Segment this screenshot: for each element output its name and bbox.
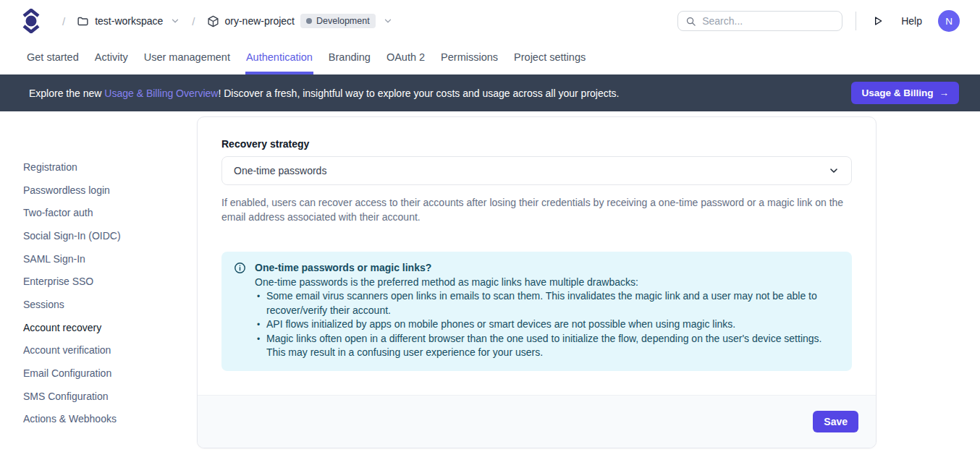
sidebar-item[interactable]: Social Sign-In (OIDC)	[23, 224, 197, 247]
package-icon	[207, 15, 219, 27]
info-bullet-list: Some email virus scanners open links in …	[255, 289, 839, 360]
arrow-right-icon: →	[939, 88, 950, 98]
avatar[interactable]: N	[938, 10, 960, 32]
sidebar-item-label: Email Configuration	[23, 367, 111, 379]
settings-sidebar: Registration Passwordless login Two-fact…	[0, 111, 197, 452]
sidebar-item-label: SAML Sign-In	[23, 253, 85, 265]
sidebar-item-label: Account verification	[23, 344, 111, 356]
chevron-down-icon	[170, 16, 180, 26]
search-box[interactable]	[677, 11, 842, 31]
chevron-down-icon	[383, 16, 393, 26]
search-icon	[685, 16, 696, 27]
sidebar-item[interactable]: SAML Sign-In	[23, 247, 197, 270]
nav-tab[interactable]: OAuth 2	[386, 42, 426, 74]
chevron-down-icon	[828, 165, 840, 176]
sidebar-item[interactable]: Actions & Webhooks	[23, 408, 197, 431]
environment-label: Development	[316, 16, 370, 26]
sidebar-item-label: Social Sign-In (OIDC)	[23, 230, 121, 242]
card-footer: Save	[198, 395, 876, 448]
sidebar-item-label: Sessions	[23, 299, 64, 310]
usage-billing-button[interactable]: Usage & Billing →	[851, 82, 959, 104]
nav-tab-label: Project settings	[514, 51, 586, 63]
folder-icon	[77, 15, 89, 27]
nav-tab-label: Branding	[329, 51, 371, 63]
card-body: Recovery strategy One-time passwords If …	[198, 117, 876, 395]
breadcrumb-separator: /	[62, 15, 65, 27]
sidebar-item-label: Account recovery	[23, 322, 101, 333]
nav-tab-label: Activity	[95, 51, 128, 63]
sidebar-item[interactable]: Email Configuration	[23, 362, 197, 385]
banner-text-suffix: ! Discover a fresh, insightful way to ex…	[218, 88, 619, 99]
nav-tab-label: Authentication	[246, 51, 313, 63]
nav-tab-label: User management	[144, 51, 230, 63]
usage-billing-button-label: Usage & Billing	[861, 88, 933, 98]
environment-badge: Development	[300, 14, 376, 28]
sidebar-item-label: Actions & Webhooks	[23, 413, 117, 425]
info-title: One-time passwords or magic links?	[255, 261, 839, 276]
nav-tab[interactable]: Authentication	[245, 42, 313, 74]
nav-tab[interactable]: Branding	[328, 42, 371, 74]
sidebar-item[interactable]: SMS Configuration	[23, 385, 197, 408]
sidebar-item-label: Passwordless login	[23, 184, 110, 196]
info-icon	[234, 262, 246, 360]
help-link[interactable]: Help	[901, 15, 922, 27]
search-input[interactable]	[702, 15, 835, 27]
info-bullet: API flows initialized by apps on mobile …	[255, 317, 839, 332]
nav-tab[interactable]: Activity	[94, 42, 129, 74]
nav-tab-label: OAuth 2	[386, 51, 425, 63]
info-content: One-time passwords or magic links? One-t…	[255, 261, 839, 360]
breadcrumb-separator: /	[192, 15, 195, 27]
info-bullet: Some email virus scanners open links in …	[255, 289, 839, 317]
top-bar: / test-workspace / ory-new-project Devel…	[0, 0, 980, 42]
account-recovery-card: Recovery strategy One-time passwords If …	[197, 116, 876, 448]
sidebar-item-label: Two-factor auth	[23, 207, 93, 218]
workspace-name: test-workspace	[95, 15, 163, 27]
sidebar-item-label: Registration	[23, 161, 77, 173]
sidebar-item[interactable]: Enterprise SSO	[23, 270, 197, 293]
banner-text: Explore the new Usage & Billing Overview…	[29, 88, 620, 99]
nav-tab-label: Get started	[27, 51, 79, 63]
nav-tab-label: Permissions	[441, 51, 498, 63]
sidebar-item-label: SMS Configuration	[23, 391, 109, 402]
nav-tab[interactable]: User management	[143, 42, 231, 74]
project-name: ory-new-project	[225, 15, 295, 27]
breadcrumb-project[interactable]: ory-new-project Development	[207, 14, 393, 28]
nav-tab[interactable]: Permissions	[440, 42, 499, 74]
sidebar-item[interactable]: Account recovery	[23, 316, 197, 339]
nav-tab[interactable]: Get started	[26, 42, 80, 74]
sidebar-item[interactable]: Passwordless login	[23, 179, 197, 202]
sidebar-item-label: Enterprise SSO	[23, 276, 93, 287]
sidebar-item[interactable]: Account verification	[23, 339, 197, 362]
play-icon[interactable]	[872, 15, 884, 27]
recovery-strategy-select[interactable]: One-time passwords	[221, 156, 852, 185]
content-area: Registration Passwordless login Two-fact…	[0, 111, 980, 452]
header-divider	[856, 12, 856, 30]
breadcrumb-workspace[interactable]: test-workspace	[77, 15, 180, 27]
usage-billing-banner: Explore the new Usage & Billing Overview…	[0, 74, 980, 111]
sidebar-item[interactable]: Sessions	[23, 293, 197, 316]
sidebar-item[interactable]: Registration	[23, 155, 197, 179]
sidebar-item[interactable]: Two-factor auth	[23, 201, 197, 224]
recovery-strategy-description: If enabled, users can recover access to …	[221, 195, 852, 224]
save-button[interactable]: Save	[813, 411, 858, 432]
project-nav-tabs: Get started Activity User management Aut…	[0, 42, 980, 74]
recovery-strategy-selected-value: One-time passwords	[234, 165, 326, 176]
info-callout: One-time passwords or magic links? One-t…	[221, 252, 852, 371]
environment-dot-icon	[306, 18, 312, 24]
recovery-strategy-label: Recovery strategy	[221, 138, 852, 150]
info-intro: One-time passwords is the preferred meth…	[255, 276, 839, 290]
ory-logo-icon[interactable]	[22, 9, 41, 33]
usage-billing-overview-link[interactable]: Usage & Billing Overview	[104, 88, 218, 99]
banner-text-prefix: Explore the new	[29, 88, 104, 99]
nav-tab[interactable]: Project settings	[513, 42, 586, 74]
info-bullet: Magic links often open in a different br…	[255, 332, 839, 360]
